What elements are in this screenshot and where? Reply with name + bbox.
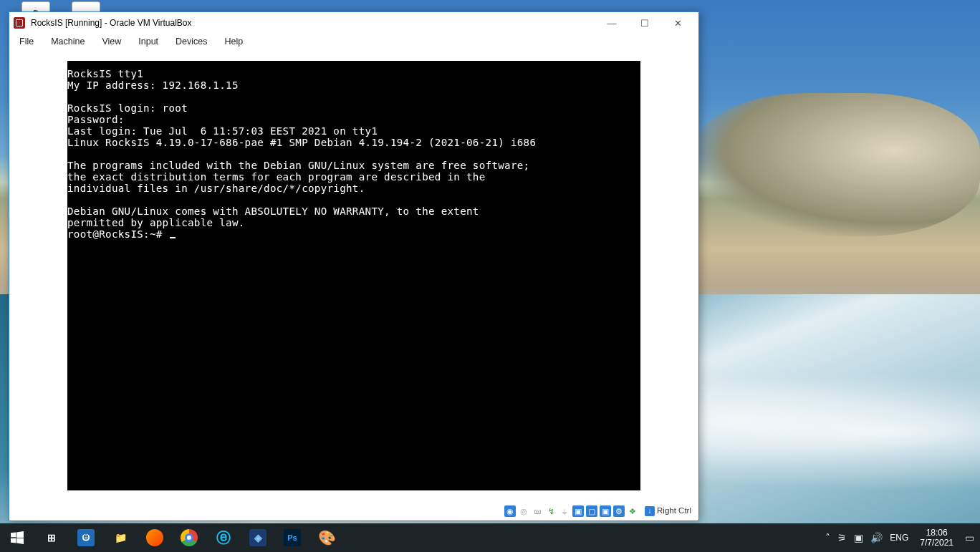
minimize-button[interactable]: — [595, 12, 628, 34]
task-view-icon: ⊞ [43, 529, 60, 546]
taskbar-file-explorer-button[interactable]: 📁 [103, 523, 138, 552]
titlebar[interactable]: RocksIS [Running] - Oracle VM VirtualBox… [9, 12, 698, 34]
system-tray: ˄ ⚞ ▣ 🔊 ENG 18:06 7/7/2021 ▭ [820, 528, 980, 548]
close-button[interactable]: ✕ [661, 12, 694, 34]
menubar: File Machine View Input Devices Help [9, 34, 698, 49]
guest-tty-console[interactable]: RocksIS tty1 My IP address: 192.168.1.15… [67, 61, 640, 490]
status-recording-icon[interactable]: ▣ [600, 505, 611, 517]
file-explorer-icon: 📁 [112, 529, 129, 546]
host-key-indicator[interactable]: ↓Right Ctrl [645, 506, 691, 516]
status-hard-disk-icon[interactable]: ◉ [504, 505, 516, 517]
status-optical-icon[interactable]: ◎ [518, 505, 529, 517]
taskbar-paint-button[interactable]: 🎨 [309, 523, 344, 552]
taskbar-start-button[interactable] [0, 523, 34, 552]
menu-help[interactable]: Help [222, 35, 246, 48]
photoshop-icon: Ps [284, 529, 301, 546]
menu-input[interactable]: Input [135, 35, 161, 48]
tray-action-center-icon[interactable]: ▭ [965, 532, 974, 543]
menu-machine[interactable]: Machine [48, 35, 87, 48]
tray-volume-icon[interactable]: 🔊 [870, 532, 883, 543]
start-icon [9, 529, 26, 546]
taskbar-date: 7/7/2021 [920, 538, 953, 548]
taskbar-photoshop-button[interactable]: Ps [275, 523, 309, 552]
taskbar-chrome-button[interactable] [172, 523, 206, 552]
taskbar-virtualbox-button[interactable]: ◈ [241, 523, 275, 552]
tray-language-indicator[interactable]: ENG [890, 533, 908, 543]
taskbar-edge-button[interactable]: ⓔ [69, 523, 103, 552]
virtualbox-app-icon [14, 17, 25, 29]
firefox-icon [146, 529, 163, 546]
virtualbox-icon: ◈ [249, 529, 266, 546]
host-key-arrow-icon: ↓ [645, 506, 655, 516]
internet-explorer-icon: ⓔ [215, 529, 232, 546]
tray-wifi-icon[interactable]: ⚞ [837, 532, 847, 543]
edge-icon: ⓔ [77, 529, 95, 546]
maximize-button[interactable]: ☐ [628, 12, 661, 34]
windows-taskbar: ⊞ⓔ📁ⓔ◈Ps🎨 ˄ ⚞ ▣ 🔊 ENG 18:06 7/7/2021 ▭ [0, 523, 980, 552]
menu-devices[interactable]: Devices [173, 35, 210, 48]
status-mouse-integration-icon[interactable]: ❖ [627, 505, 638, 517]
status-shared-folders-icon[interactable]: ▣ [572, 505, 584, 517]
status-network-icon[interactable]: ↯ [545, 505, 557, 517]
taskbar-firefox-button[interactable] [138, 523, 172, 552]
taskbar-task-view-button[interactable]: ⊞ [34, 523, 69, 552]
taskbar-time: 18:06 [920, 528, 953, 538]
virtualbox-window: RocksIS [Running] - Oracle VM VirtualBox… [9, 11, 699, 521]
paint-icon: 🎨 [318, 529, 335, 546]
window-title: RocksIS [Running] - Oracle VM VirtualBox [31, 18, 595, 28]
tray-chevron-up-icon[interactable]: ˄ [825, 532, 830, 543]
chrome-icon [181, 529, 198, 546]
status-usb-icon[interactable]: ⏚ [559, 505, 570, 517]
taskbar-clock[interactable]: 18:06 7/7/2021 [916, 528, 958, 548]
menu-view[interactable]: View [99, 35, 124, 48]
status-display-icon[interactable]: ▢ [586, 505, 597, 517]
taskbar-internet-explorer-button[interactable]: ⓔ [206, 523, 241, 552]
menu-file[interactable]: File [16, 35, 37, 48]
status-audio-icon[interactable]: 🖭 [532, 505, 543, 517]
status-processor-icon[interactable]: ⚙ [613, 505, 625, 517]
host-key-label: Right Ctrl [657, 506, 691, 515]
vm-status-bar: ◉ ◎ 🖭 ↯ ⏚ ▣ ▢ ▣ ⚙ ❖ ↓Right Ctrl [9, 502, 698, 520]
tray-battery-icon[interactable]: ▣ [854, 532, 863, 543]
vm-display-area: RocksIS tty1 My IP address: 192.168.1.15… [9, 49, 698, 502]
